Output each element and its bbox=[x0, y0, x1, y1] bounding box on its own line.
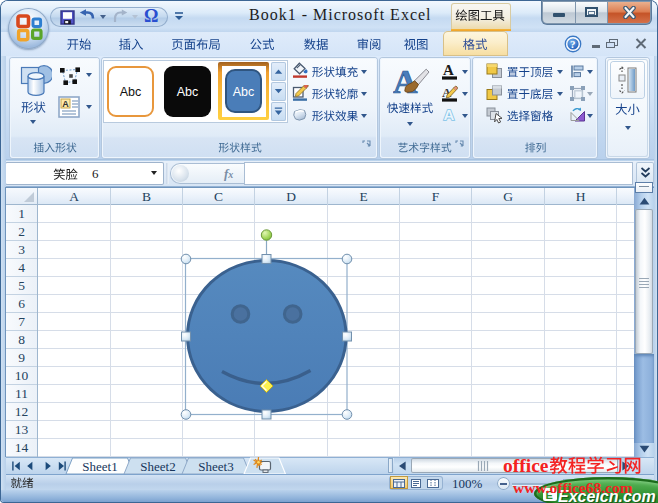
svg-text:A: A bbox=[443, 63, 454, 78]
svg-text:A: A bbox=[444, 106, 455, 123]
svg-text:A: A bbox=[62, 99, 69, 109]
